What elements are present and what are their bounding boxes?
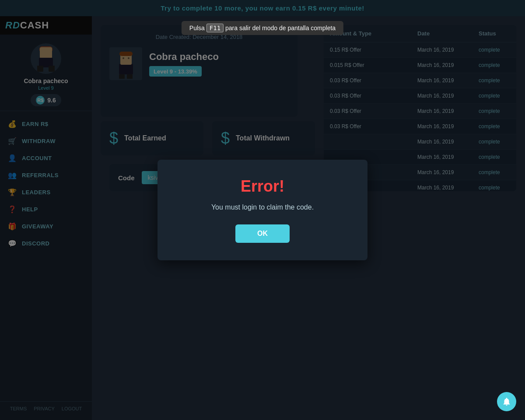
notification-bell[interactable] — [497, 392, 516, 411]
error-modal: Error! You must login to claim the code.… — [158, 160, 368, 260]
modal-ok-button[interactable]: OK — [235, 224, 290, 243]
modal-backdrop: Error! You must login to claim the code.… — [0, 0, 525, 420]
f11-tooltip-after: para salir del modo de pantalla completa — [225, 24, 336, 32]
f11-tooltip-before: Pulsa — [189, 24, 205, 32]
modal-error-title: Error! — [179, 177, 346, 196]
f11-key: F11 — [206, 24, 224, 32]
bell-icon — [502, 397, 511, 406]
modal-error-message: You must login to claim the code. — [179, 203, 346, 211]
f11-tooltip: Pulsa F11 para salir del modo de pantall… — [182, 21, 343, 35]
